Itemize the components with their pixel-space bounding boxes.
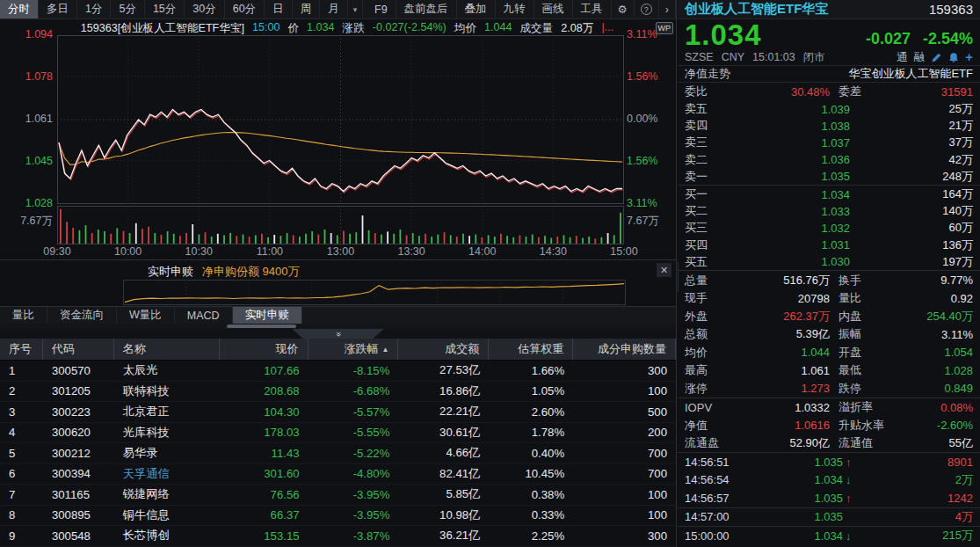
tab-active[interactable]: 实时申赎 [233,307,302,324]
table-cell: 301165 [43,488,114,501]
tab-item[interactable]: 量比 [0,307,47,324]
toolbar-item[interactable]: 画线 [534,0,573,18]
table-row[interactable]: 4300620光库科技178.03-5.55%30.61亿1.78%200 [0,423,676,444]
x-axis-tick-label: 15:00 [610,245,637,258]
toolbar-item[interactable]: 30分 [185,0,224,18]
stat-row: 外盘262.37万内盘254.40万 [678,307,980,325]
column-header[interactable]: 涨跌幅▲ [309,339,399,360]
book-row[interactable]: 卖二1.03642万 [678,151,980,168]
toolbar-item[interactable]: 周 [293,0,321,18]
column-header[interactable]: 序号 [0,339,43,360]
chevron-right-icon[interactable]: › [659,0,676,18]
book-row[interactable]: 卖一1.035248万 [678,168,980,185]
table-cell: 光库科技 [114,425,220,441]
scrollbar-thumb[interactable] [227,325,296,328]
column-header[interactable]: 现价 [220,339,309,360]
table-row[interactable]: 1300570太辰光107.66-8.15%27.53亿1.66%300 [0,361,676,382]
toolbar-item[interactable]: 60分 [225,0,265,18]
table-cell: 301.60 [220,467,309,480]
y-axis-price-label: 1.028 [2,197,53,210]
book-level-label: 卖一 [685,169,746,185]
chart-symbol-label: 159363[创业板人工智能ETF华宝] [81,21,244,36]
book-row[interactable]: 买二1.033140万 [678,203,980,220]
y-axis-percent-label: 3.11% [627,28,657,41]
stat-row: 总量516.76万换手9.77% [678,271,980,289]
add-icon[interactable]: + [965,51,973,63]
panel-expander[interactable]: » [678,262,679,292]
column-header[interactable]: 成交额 [398,339,489,360]
toolbar-item[interactable]: 1分 [77,0,111,18]
collapse-handle[interactable]: » [293,329,384,339]
column-header[interactable]: 成分申购数量 [573,339,676,360]
gear-icon[interactable]: ⚙ [612,0,635,18]
tab-item[interactable]: W量比 [117,307,175,324]
table-cell: 3 [0,405,43,419]
toolbar-item[interactable]: 工具 [573,0,612,18]
nav-row[interactable]: 净值走势 华宝创业板人工智能ETF [678,66,980,83]
tab-item[interactable]: 资金流向 [47,307,117,324]
table-cell: 2 [0,384,43,397]
stat-label: 溢折率 [838,399,912,415]
table-row[interactable]: 7301165锐捷网络76.56-3.95%5.85亿0.38%100 [0,485,676,506]
stat-label: 最低 [838,362,912,378]
book-row[interactable]: 买五1.030197万 [678,253,980,270]
column-header[interactable]: 估算权重 [489,339,573,360]
toolbar-item[interactable]: 叠加 [457,0,496,18]
book-row[interactable]: 卖三1.03737万 [678,135,980,151]
book-row[interactable]: 买一1.034164万 [678,186,980,202]
x-axis-tick-label: 09:30 [43,245,70,258]
tab-item[interactable]: MACD [175,307,233,324]
book-row[interactable]: 买四1.031136万 [678,237,980,253]
table-row[interactable]: 5300212易华录11.43-5.22%4.66亿0.40%700 [0,443,676,464]
toolbar-item[interactable]: F9 [367,0,396,18]
table-row[interactable]: 6300394天孚通信301.60-4.80%82.41亿10.45%700 [0,464,676,485]
volume-value: 2.08万 [561,21,593,36]
exchange-label: SZSE [685,51,714,63]
book-volume: 25万 [850,101,973,117]
change-percent: -2.54% [923,28,973,49]
volume-chart [57,206,624,244]
close-icon[interactable]: ✕ [657,263,671,277]
book-row[interactable]: 买三1.03260万 [678,220,980,237]
etf-code: 159363 [929,2,973,17]
toolbar-item[interactable]: 九转 [496,0,534,18]
bell-icon[interactable] [948,52,959,63]
book-row[interactable]: 卖四1.03821万 [678,118,980,135]
toolbar-item[interactable]: 多日 [39,0,77,18]
table-cell: 107.66 [220,364,309,377]
table-cell: -8.15% [309,364,399,377]
weicha-value: 31591 [912,85,973,98]
table-row[interactable]: 2301205联特科技208.68-6.68%16.86亿1.05%100 [0,382,676,403]
table-row[interactable]: 3300223北京君正104.30-5.57%22.21亿2.60%500 [0,402,676,423]
stat-value: 20798 [739,292,830,305]
book-row[interactable]: 卖五1.03925万 [678,101,980,118]
table-row[interactable]: 8300895铜牛信息66.37-3.95%10.98亿0.33%100 [0,506,676,527]
stat-row: 流通盘52.90亿流通值55亿 [678,434,980,453]
stat-label: 跌停 [838,381,912,397]
price-value: 1.034 [307,21,335,36]
intraday-chart-panel: 159363[创业板人工智能ETF华宝] 15:00 价 1.034 涨跌 -0… [0,19,676,259]
table-cell: 9 [0,529,43,543]
toolbar-item[interactable]: 5分 [111,0,144,18]
wp-badge[interactable]: WP [656,22,674,34]
help-icon[interactable]: ? [635,0,659,18]
table-row[interactable]: 9300548长芯博创153.15-3.87%36.21亿2.25%300 [0,526,676,547]
nav-label: 净值走势 [685,66,730,82]
toolbar-item[interactable]: 盘前盘后 [396,0,457,18]
table-cell: 30.61亿 [398,425,489,441]
toolbar-item[interactable]: 分时 [0,0,39,18]
toolbar-item[interactable]: 日 [265,0,293,18]
tick-amount: 4万 [857,509,973,525]
toolbar-item[interactable]: ▾ [348,0,364,18]
toolbar-item[interactable]: 月 [320,0,348,18]
pencil-icon[interactable] [931,52,942,63]
book-volume: 197万 [850,254,973,270]
last-price: 1.034 [685,20,762,49]
table-cell: 16.86亿 [398,383,489,399]
table-cell: -4.80% [309,467,399,480]
column-header[interactable]: 代码 [43,339,114,360]
book-level-label: 买三 [685,220,746,236]
toolbar-item[interactable]: 15分 [145,0,185,18]
column-header[interactable]: 名称 [114,339,220,360]
stat-row: 现手20798量比0.92 [678,289,980,308]
